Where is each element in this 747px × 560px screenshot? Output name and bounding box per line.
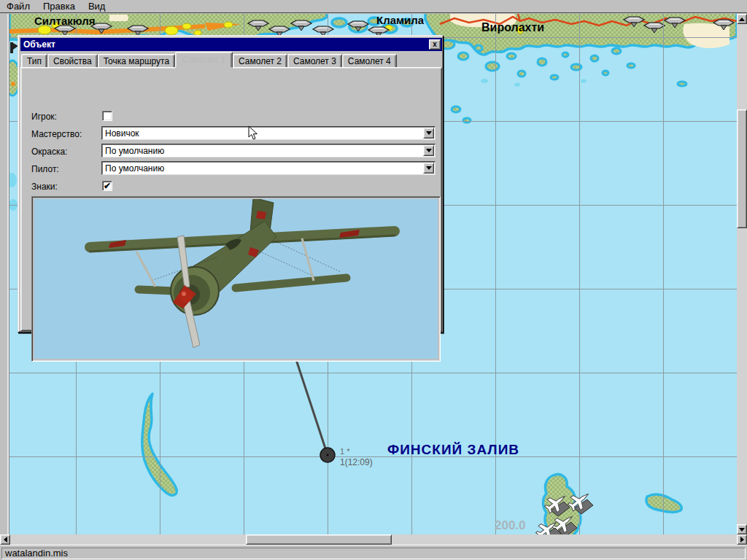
horizontal-scroll-thumb[interactable] <box>246 534 392 545</box>
tab-properties[interactable]: Свойства <box>47 54 98 68</box>
dialog-title-bar[interactable]: Объект x <box>20 38 442 51</box>
status-filename: watalandin.mis <box>1 548 746 559</box>
tab-type[interactable]: Тип <box>21 54 47 68</box>
dialog-title: Объект <box>20 39 55 50</box>
aircraft-preview-image <box>34 199 438 359</box>
biplane-render <box>34 199 438 359</box>
player-checkbox[interactable] <box>102 111 112 121</box>
menu-edit[interactable]: Правка <box>36 0 82 13</box>
markings-label: Знаки: <box>31 182 58 192</box>
sea-label: ФИНСКИЙ ЗАЛИВ <box>387 442 519 458</box>
menu-view[interactable]: Вид <box>82 0 112 13</box>
scroll-down-button[interactable] <box>737 524 747 534</box>
skill-dropdown[interactable]: Новичок <box>101 126 436 140</box>
mouse-cursor <box>248 125 258 141</box>
horizontal-scrollbar[interactable] <box>0 534 747 545</box>
vertical-scroll-thumb[interactable] <box>737 109 747 228</box>
skill-value: Новичок <box>105 128 139 139</box>
town-label-klamila: Кламила <box>376 14 424 26</box>
paint-value: По умолчанию <box>105 146 164 156</box>
map-scale-label: 200.0 <box>495 518 526 533</box>
object-dialog[interactable]: Объект x Тип Свойства Точка маршрута Сам… <box>18 35 444 332</box>
chevron-down-icon[interactable] <box>423 163 434 174</box>
pilot-value: По умолчанию <box>105 163 164 174</box>
player-label: Игрок: <box>31 112 57 122</box>
vertical-scrollbar[interactable] <box>737 14 747 534</box>
close-icon[interactable]: x <box>429 39 441 50</box>
skill-label: Мастерство: <box>31 129 82 139</box>
chevron-down-icon[interactable] <box>423 128 434 139</box>
pilot-label: Пилот: <box>31 164 59 174</box>
dialog-panel: Игрок: Мастерство: Новичок Окраска: По у… <box>20 67 442 331</box>
chevron-down-icon[interactable] <box>423 145 434 156</box>
waypoint-index-label: 1 * <box>340 447 349 456</box>
paint-dropdown[interactable]: По умолчанию <box>101 144 436 158</box>
menu-file[interactable]: Файл <box>0 0 36 13</box>
paint-label: Окраска: <box>31 147 67 157</box>
aircraft-preview <box>31 196 441 362</box>
dialog-tabs: Тип Свойства Точка маршрута Самолет 1 Са… <box>21 52 441 68</box>
tab-aircraft-4[interactable]: Самолет 4 <box>342 54 397 68</box>
menu-bar: Файл Правка Вид <box>0 0 747 13</box>
pilot-dropdown[interactable]: По умолчанию <box>101 161 436 175</box>
tab-aircraft-2[interactable]: Самолет 2 <box>233 54 287 68</box>
scroll-right-button[interactable] <box>737 534 747 545</box>
scroll-up-button[interactable] <box>737 14 747 24</box>
tab-aircraft-1[interactable]: Самолет 1 <box>175 52 233 68</box>
status-bar: watalandin.mis <box>0 545 747 560</box>
scroll-left-button[interactable] <box>0 534 10 545</box>
waypoint-time-label: 1(12:09) <box>340 457 373 467</box>
markings-checkbox[interactable]: ✔ <box>102 181 112 191</box>
town-label-siltakyulya: Силтакюля <box>34 15 96 27</box>
tab-aircraft-3[interactable]: Самолет 3 <box>287 54 342 68</box>
window-frame-left <box>0 14 9 534</box>
tab-waypoint[interactable]: Точка маршрута <box>98 54 175 68</box>
waypoint-dot[interactable] <box>320 448 335 462</box>
town-label-virolahti: Виролахти <box>481 21 544 34</box>
